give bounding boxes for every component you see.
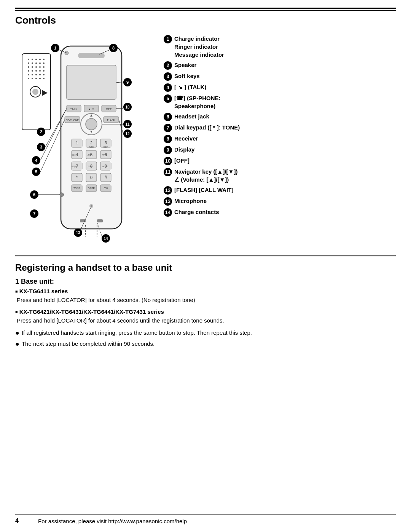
svg-point-17 — [32, 70, 33, 72]
label-num-4: 4 — [164, 83, 172, 92]
series1-heading: KX-TG6411 series — [15, 288, 396, 294]
svg-point-29 — [39, 78, 41, 79]
svg-point-23 — [35, 74, 37, 75]
label-num-6: 6 — [164, 113, 172, 121]
bullet-dot-2: ● — [15, 340, 19, 348]
svg-point-18 — [35, 70, 37, 72]
svg-point-6 — [28, 62, 29, 64]
label-item-7: 7 Dial keypad ([ * ]: TONE) — [164, 123, 396, 132]
label-num-12: 12 — [164, 186, 172, 195]
svg-point-12 — [32, 66, 33, 68]
svg-text:TUV: TUV — [88, 165, 92, 168]
label-text-6: Headset jack — [174, 112, 396, 120]
bullet-text-2: The next step must be completed within 9… — [22, 340, 155, 348]
svg-point-16 — [28, 70, 29, 72]
svg-text:14: 14 — [104, 236, 108, 241]
label-text-7: Dial keypad ([ * ]: TONE) — [174, 123, 396, 131]
label-item-14: 14 Charge contacts — [164, 208, 396, 217]
svg-point-15 — [43, 66, 45, 68]
svg-text:#: # — [104, 174, 107, 180]
section-divider — [15, 255, 396, 257]
svg-point-19 — [39, 70, 41, 72]
svg-text:ABC: ABC — [89, 146, 94, 148]
svg-text:WXYZ: WXYZ — [102, 165, 109, 168]
label-num-7: 7 — [164, 124, 172, 132]
svg-text:3: 3 — [40, 145, 42, 149]
label-num-11: 11 — [164, 168, 172, 176]
label-text-13: Microphone — [174, 197, 396, 205]
top-border — [15, 8, 396, 11]
svg-text:TONE: TONE — [73, 187, 81, 190]
reg-title: Registering a handset to a base unit — [15, 262, 396, 273]
svg-point-26 — [28, 78, 29, 79]
label-item-5: 5 [☎] (SP-PHONE:Speakerphone) — [164, 94, 396, 110]
label-text-9: Display — [174, 145, 396, 153]
svg-text:10: 10 — [125, 105, 130, 109]
svg-text:CW: CW — [104, 187, 108, 190]
svg-point-21 — [28, 74, 29, 75]
label-item-3: 3 Soft keys — [164, 72, 396, 81]
page-wrapper: Controls — [0, 0, 411, 532]
label-num-3: 3 — [164, 72, 172, 81]
svg-text:5: 5 — [35, 169, 37, 174]
svg-text:*: * — [76, 174, 78, 180]
phone-svg: TALK ▲ ▼ OFF ▲ ▼ SP-PHONE FLASH 1 — [15, 31, 156, 248]
label-text-14: Charge contacts — [174, 208, 396, 216]
label-item-13: 13 Microphone — [164, 197, 396, 206]
label-num-2: 2 — [164, 61, 172, 70]
svg-text:9: 9 — [126, 80, 129, 85]
svg-text:6: 6 — [33, 192, 35, 197]
svg-rect-93 — [97, 219, 103, 222]
svg-point-20 — [43, 70, 45, 72]
svg-point-5 — [43, 59, 45, 60]
svg-text:TALK: TALK — [70, 107, 78, 111]
svg-text:12: 12 — [125, 132, 130, 136]
label-item-1: 1 Charge indicator Ringer indicator Mess… — [164, 35, 396, 59]
svg-text:4: 4 — [76, 152, 78, 157]
svg-text:▲ ▼: ▲ ▼ — [88, 108, 94, 110]
svg-point-13 — [35, 66, 37, 68]
svg-rect-37 — [67, 65, 116, 99]
label-item-4: 4 [ ↘ ] (TALK) — [164, 83, 396, 92]
svg-point-11 — [28, 66, 29, 68]
svg-point-10 — [43, 62, 45, 64]
label-num-1: 1 — [164, 35, 172, 43]
label-text-4: [ ↘ ] (TALK) — [174, 83, 396, 91]
controls-section: TALK ▲ ▼ OFF ▲ ▼ SP-PHONE FLASH 1 — [15, 31, 396, 248]
svg-text:1: 1 — [54, 46, 56, 50]
svg-text:3: 3 — [105, 141, 107, 145]
labels-list: 1 Charge indicator Ringer indicator Mess… — [164, 31, 396, 248]
svg-point-2 — [32, 59, 33, 60]
label-num-8: 8 — [164, 135, 172, 143]
svg-marker-33 — [42, 90, 48, 96]
label-item-9: 9 Display — [164, 145, 396, 154]
step-number-1: 1 Base unit: — [15, 278, 396, 286]
label-num-9: 9 — [164, 146, 172, 154]
label-text-5: [☎] (SP-PHONE:Speakerphone) — [174, 94, 396, 110]
svg-text:GHI: GHI — [72, 154, 76, 156]
svg-text:2: 2 — [90, 141, 92, 145]
svg-point-9 — [39, 62, 41, 64]
svg-point-28 — [35, 78, 37, 79]
phone-diagram: TALK ▲ ▼ OFF ▲ ▼ SP-PHONE FLASH 1 — [15, 31, 156, 248]
label-item-10: 10 [OFF] — [164, 157, 396, 165]
controls-title: Controls — [15, 14, 396, 26]
svg-point-14 — [39, 66, 41, 68]
svg-point-3 — [35, 59, 37, 60]
svg-text:0: 0 — [90, 175, 92, 180]
footer: 4 For assistance, please visit http://ww… — [15, 514, 396, 524]
label-item-8: 8 Receiver — [164, 134, 396, 143]
svg-point-94 — [60, 193, 64, 197]
svg-text:OPER: OPER — [88, 187, 95, 190]
label-num-10: 10 — [164, 157, 172, 165]
label-text-12: [FLASH] [CALL WAIT] — [174, 186, 396, 194]
svg-point-25 — [43, 74, 45, 75]
label-item-2: 2 Speaker — [164, 61, 396, 70]
label-text-10: [OFF] — [174, 157, 396, 165]
label-item-6: 6 Headset jack — [164, 112, 396, 121]
svg-point-24 — [39, 74, 41, 75]
svg-point-27 — [32, 78, 33, 79]
svg-point-32 — [32, 89, 38, 95]
footer-text: For assistance, please visit http://www.… — [38, 518, 187, 524]
bullet-item-2: ● The next step must be completed within… — [15, 340, 396, 348]
